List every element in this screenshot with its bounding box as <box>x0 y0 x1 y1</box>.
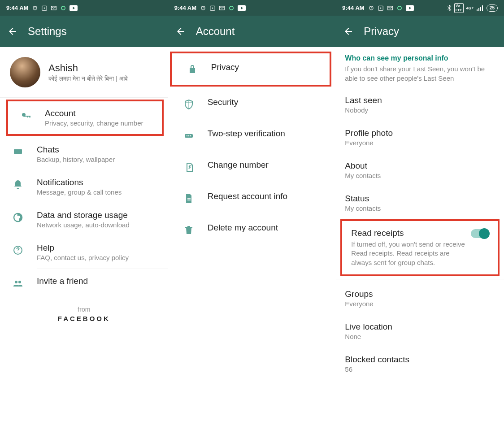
page-title: Privacy <box>364 25 399 38</box>
footer: from FACEBOOK <box>0 297 168 331</box>
svg-point-2 <box>61 6 65 9</box>
account-item-delete[interactable]: Delete my account <box>168 214 336 245</box>
item-value: None <box>345 333 495 340</box>
bell-icon <box>12 178 24 191</box>
item-sub: Network usage, auto-download <box>37 221 159 229</box>
item-title: Change number <box>208 160 327 170</box>
item-title: Data and storage usage <box>37 210 159 220</box>
item-title: Read receipts <box>351 228 466 238</box>
trash-icon <box>182 224 195 236</box>
svg-rect-1 <box>44 7 45 8</box>
profile-row[interactable]: Ashish कोई लमहा मेरा न बीते तेरे बिना | … <box>0 47 168 98</box>
data-icon <box>12 211 24 224</box>
network-icon: 4G+ <box>466 6 474 10</box>
bluetooth-icon <box>447 5 452 11</box>
item-desc: If turned off, you won't send or receive… <box>351 240 466 267</box>
status-bar: 9:44 AM VoLTE 4G+ 25 <box>336 0 504 16</box>
privacy-item-livelocation[interactable]: Live location None <box>336 315 504 347</box>
privacy-item-groups[interactable]: Groups Everyone <box>336 282 504 315</box>
svg-point-17 <box>398 6 401 9</box>
settings-item-account[interactable]: Account Privacy, security, change number <box>6 100 164 136</box>
alarm-icon <box>368 5 374 11</box>
document-icon <box>182 192 195 205</box>
item-value: My contacts <box>345 204 495 212</box>
privacy-item-profilephoto[interactable]: Profile photo Everyone <box>336 121 504 154</box>
youtube-icon <box>238 5 246 11</box>
settings-item-chats[interactable]: Chats Backup, history, wallpaper <box>0 138 168 170</box>
circle-icon <box>60 5 66 11</box>
item-title: Groups <box>345 289 495 299</box>
item-sub: Backup, history, wallpaper <box>37 156 159 163</box>
privacy-item-readreceipts[interactable]: Read receipts If turned off, you won't s… <box>340 219 500 276</box>
item-sub: Message, group & call tones <box>37 188 159 196</box>
privacy-item-lastseen[interactable]: Last seen Nobody <box>336 88 504 121</box>
back-button[interactable] <box>175 26 186 37</box>
item-title: Chats <box>37 145 159 155</box>
item-value: My contacts <box>345 172 495 179</box>
back-button[interactable] <box>7 26 18 37</box>
privacy-item-blocked[interactable]: Blocked contacts 56 <box>336 347 504 380</box>
svg-rect-22 <box>482 5 483 11</box>
calendar-icon <box>41 5 48 11</box>
screen-settings: 9:44 AM Settings Ashish कोई लमहा मेरा न … <box>0 0 168 443</box>
circle-icon <box>396 5 403 11</box>
page-title: Account <box>196 25 235 38</box>
account-item-privacy[interactable]: Privacy <box>170 52 332 87</box>
shield-icon <box>182 98 195 111</box>
account-item-twostep[interactable]: Two-step verification <box>168 120 336 151</box>
item-title: Notifications <box>37 178 159 187</box>
item-value: 56 <box>345 365 495 373</box>
account-item-security[interactable]: Security <box>168 88 336 120</box>
settings-item-data[interactable]: Data and storage usage Network usage, au… <box>0 203 168 236</box>
divider <box>336 279 504 279</box>
privacy-item-status[interactable]: Status My contacts <box>336 187 504 219</box>
status-bar: 9:44 AM <box>0 0 168 16</box>
item-title: Account <box>45 109 153 118</box>
item-title: About <box>345 161 495 171</box>
svg-rect-19 <box>477 9 478 11</box>
section-header: Who can see my personal info <box>336 47 504 64</box>
settings-item-notifications[interactable]: Notifications Message, group & call tone… <box>0 170 168 203</box>
app-bar: Account <box>168 16 336 47</box>
item-title: Security <box>208 97 327 107</box>
pin-icon <box>182 130 195 142</box>
footer-brand: FACEBOOK <box>0 315 168 322</box>
settings-item-invite[interactable]: Invite a friend <box>0 269 168 297</box>
privacy-item-about[interactable]: About My contacts <box>336 154 504 187</box>
item-title: Status <box>345 194 495 204</box>
help-icon <box>12 244 24 256</box>
account-item-changenumber[interactable]: Change number <box>168 151 336 182</box>
key-icon <box>20 109 32 122</box>
item-title: Request account info <box>208 191 327 201</box>
svg-rect-14 <box>187 200 191 200</box>
item-sub: FAQ, contact us, privacy policy <box>37 254 159 261</box>
settings-item-help[interactable]: Help FAQ, contact us, privacy policy <box>0 236 168 269</box>
item-title: Last seen <box>345 96 495 105</box>
read-receipts-toggle[interactable] <box>471 229 489 238</box>
status-time: 9:44 AM <box>6 4 28 11</box>
youtube-icon <box>70 5 78 11</box>
sim-icon <box>182 161 195 174</box>
svg-rect-20 <box>478 8 479 11</box>
item-sub: Privacy, security, change number <box>45 119 153 127</box>
mail-icon <box>51 5 57 11</box>
profile-name: Ashish <box>48 62 128 74</box>
chat-icon <box>12 146 24 158</box>
volte-icon: VoLTE <box>454 3 464 13</box>
item-value: Nobody <box>345 106 495 114</box>
item-value: Everyone <box>345 139 495 147</box>
back-button[interactable] <box>343 26 354 37</box>
profile-status: कोई लमहा मेरा न बीते तेरे बिना | आवे <box>48 75 128 83</box>
alarm-icon <box>200 5 206 11</box>
mail-icon <box>387 5 393 11</box>
people-icon <box>12 277 24 290</box>
item-value: Everyone <box>345 300 495 308</box>
item-title: Help <box>37 243 159 253</box>
app-bar: Privacy <box>336 16 504 47</box>
account-item-request[interactable]: Request account info <box>168 182 336 214</box>
item-title: Profile photo <box>345 128 495 138</box>
svg-point-10 <box>186 135 187 137</box>
screen-account: 9:44 AM Account Privacy <box>168 0 336 443</box>
screen-privacy: 9:44 AM VoLTE 4G+ 25 Privacy Who can see… <box>336 0 504 443</box>
status-time: 9:44 AM <box>174 4 196 11</box>
